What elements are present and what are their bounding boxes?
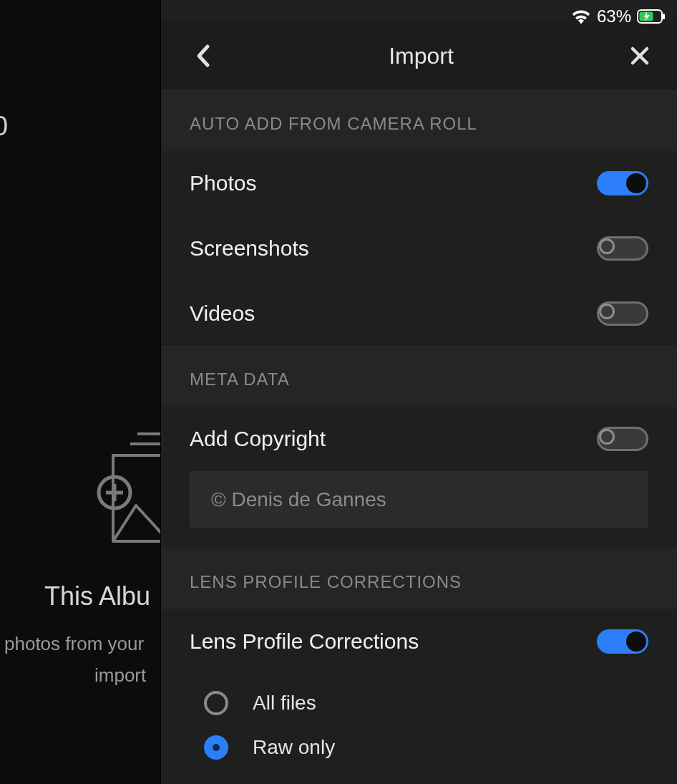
background-album-view: 0 This Albu photos from your import — [0, 0, 160, 784]
battery-icon — [637, 9, 666, 24]
radio-all-files — [204, 691, 228, 715]
section-header-meta: META DATA — [161, 346, 677, 407]
toggle-screenshots[interactable] — [597, 236, 648, 261]
row-lens-corrections: Lens Profile Corrections — [161, 609, 677, 674]
radio-raw-only — [204, 735, 228, 760]
add-photos-icon — [93, 427, 160, 551]
row-photos: Photos — [161, 151, 677, 216]
panel-header: Import — [161, 21, 677, 91]
row-screenshots: Screenshots — [161, 216, 677, 281]
copyright-input[interactable] — [190, 471, 648, 528]
label-screenshots: Screenshots — [190, 236, 309, 261]
label-photos: Photos — [190, 171, 256, 195]
status-bar: 63% — [571, 0, 677, 29]
battery-percent-label: 63% — [597, 6, 631, 26]
panel-title: Import — [389, 43, 454, 69]
radio-label-raw-only: Raw only — [253, 736, 335, 759]
radio-item-raw-only[interactable]: Raw only — [204, 725, 648, 770]
chevron-left-icon — [195, 44, 210, 68]
section-header-auto-add: AUTO ADD FROM CAMERA ROLL — [161, 91, 677, 151]
row-add-copyright: Add Copyright — [161, 407, 677, 471]
import-settings-panel: Import AUTO ADD FROM CAMERA ROLL Photos … — [160, 0, 677, 784]
section-header-lens: LENS PROFILE CORRECTIONS — [161, 548, 677, 609]
toggle-videos[interactable] — [597, 301, 648, 326]
close-icon — [630, 46, 650, 66]
label-lens-corrections: Lens Profile Corrections — [190, 629, 419, 654]
radio-label-all-files: All files — [253, 692, 316, 715]
label-add-copyright: Add Copyright — [190, 427, 326, 451]
close-button[interactable] — [624, 40, 656, 72]
row-copyright-text — [161, 471, 677, 548]
label-videos: Videos — [190, 301, 255, 326]
background-title-fragment: This Albu — [44, 581, 150, 611]
background-subtitle-line2: import — [94, 664, 146, 687]
toggle-add-copyright[interactable] — [597, 427, 648, 451]
background-subtitle-line1: photos from your — [4, 633, 144, 655]
radio-item-all-files[interactable]: All files — [204, 681, 648, 725]
toggle-lens-corrections[interactable] — [597, 629, 648, 654]
svg-rect-2 — [663, 14, 665, 19]
row-videos: Videos — [161, 281, 677, 346]
wifi-icon — [571, 9, 591, 24]
toggle-photos[interactable] — [597, 171, 648, 195]
lens-radio-group: All files Raw only — [161, 674, 677, 784]
back-button[interactable] — [187, 40, 218, 72]
background-count-fragment: 0 — [0, 111, 8, 142]
